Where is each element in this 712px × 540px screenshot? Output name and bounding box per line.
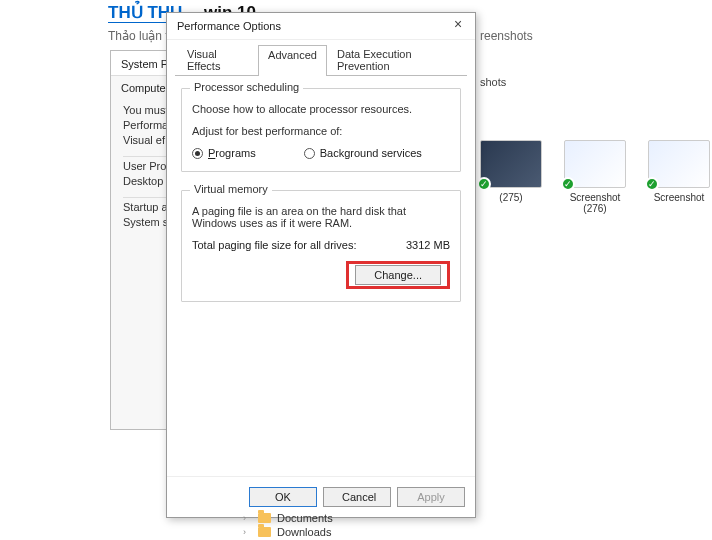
chevron-right-icon[interactable]: › <box>243 513 252 523</box>
chevron-right-icon[interactable]: › <box>243 527 252 537</box>
dialog-button-row: OK Cancel Apply <box>167 476 475 517</box>
vm-total-value: 3312 MB <box>406 239 450 251</box>
radio-bg-label: Background services <box>320 147 422 159</box>
folder-name-fragment: shots <box>480 76 506 88</box>
tab-dep[interactable]: Data Execution Prevention <box>327 44 467 75</box>
cancel-button[interactable]: Cancel <box>323 487 391 507</box>
screenshot-thumb[interactable]: ✓ Screenshot (276) <box>564 140 626 214</box>
ok-button[interactable]: OK <box>249 487 317 507</box>
screenshot-thumb[interactable]: ✓ Screenshot <box>648 140 710 214</box>
tab-visual-effects[interactable]: Visual Effects <box>177 44 258 75</box>
explorer-nav-fragment: › Documents › Downloads <box>243 512 333 540</box>
radio-background-services[interactable]: Background services <box>304 147 422 159</box>
group-title: Virtual memory <box>190 183 272 195</box>
dialog-content: Processor scheduling Choose how to alloc… <box>175 75 467 476</box>
thumb-label: Screenshot <box>648 192 710 203</box>
nav-label: Documents <box>277 512 333 524</box>
check-icon: ✓ <box>645 177 659 191</box>
highlight-box: Change... <box>346 261 450 289</box>
radio-dot-icon <box>192 148 203 159</box>
thumb-label: Screenshot (276) <box>564 192 626 214</box>
radio-dot-icon <box>304 148 315 159</box>
close-icon[interactable]: × <box>449 17 467 35</box>
dialog-title: Performance Options <box>177 20 281 32</box>
folder-icon <box>258 513 271 523</box>
proc-desc: Choose how to allocate processor resourc… <box>192 103 450 115</box>
vm-total-label: Total paging file size for all drives: <box>192 239 356 251</box>
screenshot-thumb[interactable]: ✓ (275) <box>480 140 542 214</box>
radio-programs-label: Programs <box>208 147 256 159</box>
check-icon: ✓ <box>477 177 491 191</box>
processor-scheduling-group: Processor scheduling Choose how to alloc… <box>181 88 461 172</box>
performance-options-dialog: Performance Options × Visual Effects Adv… <box>166 12 476 518</box>
dialog-tabs: Visual Effects Advanced Data Execution P… <box>167 40 475 75</box>
page-subtitle-right: reenshots <box>480 29 533 43</box>
change-button[interactable]: Change... <box>355 265 441 285</box>
folder-icon <box>258 527 271 537</box>
apply-button[interactable]: Apply <box>397 487 465 507</box>
proc-adjust-label: Adjust for best performance of: <box>192 125 450 137</box>
check-icon: ✓ <box>561 177 575 191</box>
dialog-titlebar[interactable]: Performance Options × <box>167 13 475 40</box>
thumbnail-row: ✓ (275) ✓ Screenshot (276) ✓ Screenshot <box>480 140 710 214</box>
radio-programs[interactable]: Programs <box>192 147 256 159</box>
vm-desc: A paging file is an area on the hard dis… <box>192 205 450 229</box>
nav-item-downloads[interactable]: › Downloads <box>243 526 333 538</box>
nav-item-documents[interactable]: › Documents <box>243 512 333 524</box>
nav-label: Downloads <box>277 526 331 538</box>
tab-advanced[interactable]: Advanced <box>258 45 327 76</box>
thumb-label: (275) <box>480 192 542 203</box>
virtual-memory-group: Virtual memory A paging file is an area … <box>181 190 461 302</box>
group-title: Processor scheduling <box>190 81 303 93</box>
